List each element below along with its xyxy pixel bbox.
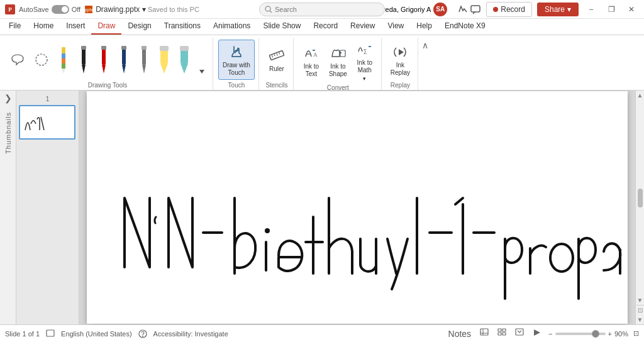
slideshow-button[interactable]	[531, 327, 543, 340]
touch-group: Draw withTouch Touch	[214, 38, 259, 90]
ink-to-shape-button[interactable]: Ink toShape	[325, 41, 351, 80]
ink-to-text-button[interactable]: A Ink toText	[299, 41, 324, 80]
draw-with-touch-button[interactable]: Draw withTouch	[218, 40, 255, 80]
scroll-up-arrow[interactable]: ▲	[636, 91, 644, 100]
lasso-select-tool[interactable]	[6, 50, 29, 70]
pen-gray-icon	[139, 46, 149, 74]
normal-view-button[interactable]	[478, 327, 491, 340]
tab-endnote[interactable]: EndNote X9	[438, 18, 492, 35]
thumbnails-sidebar: ❯ Thumbnails	[0, 91, 16, 324]
ruler-button[interactable]: Ruler	[264, 44, 289, 75]
svg-rect-16	[102, 47, 106, 65]
autosave-label: AutoSave	[19, 6, 49, 13]
pen-red[interactable]	[94, 45, 113, 75]
avatar: SA	[433, 3, 447, 16]
replay-items: InkReplay	[387, 38, 414, 82]
minimize-button[interactable]: −	[584, 3, 599, 16]
pen-gray[interactable]	[135, 45, 153, 75]
pen-tool-icon[interactable]	[457, 4, 469, 15]
stencils-group: Ruler Stencils	[260, 38, 294, 90]
tab-record[interactable]: Record	[307, 18, 344, 35]
tab-draw[interactable]: Draw	[91, 18, 121, 35]
svg-rect-13	[82, 47, 86, 65]
slide-sorter-icon	[497, 328, 506, 337]
ruler-label: Ruler	[269, 65, 284, 73]
tab-transitions[interactable]: Transitions	[158, 18, 207, 35]
ruler-icon	[268, 47, 286, 64]
svg-marker-20	[122, 65, 126, 74]
svg-marker-31	[199, 70, 204, 74]
canvas-area[interactable]	[79, 91, 635, 324]
touch-icon	[228, 43, 245, 60]
ribbon-expand-button[interactable]: ∧	[419, 39, 431, 52]
right-scrollbar[interactable]: ▲ ▼ ⊡ ▼	[635, 91, 644, 324]
thumbnails-toggle[interactable]: ❯	[2, 91, 14, 106]
comment-icon[interactable]	[470, 4, 481, 15]
restore-button[interactable]: ❐	[604, 3, 619, 16]
tab-animations[interactable]: Animations	[207, 18, 257, 35]
tab-slideshow[interactable]: Slide Show	[257, 18, 307, 35]
tab-insert[interactable]: Insert	[60, 18, 91, 35]
scroll-down-arrow[interactable]: ▼	[636, 295, 644, 305]
notes-button[interactable]: Notes	[447, 328, 474, 340]
zoom-in-button[interactable]: +	[608, 330, 612, 338]
close-button[interactable]: ✕	[624, 3, 639, 16]
highlighter-teal[interactable]	[175, 45, 194, 75]
svg-rect-48	[480, 329, 488, 335]
handwriting-svg	[87, 91, 628, 324]
search-input[interactable]	[275, 6, 369, 13]
zoom-level: 90%	[614, 330, 628, 338]
pen-black-icon	[79, 46, 89, 74]
ink-to-text-label: Ink toText	[304, 63, 319, 78]
ink-replay-button[interactable]: InkReplay	[387, 40, 414, 79]
slide-thumbnail[interactable]	[19, 105, 75, 140]
scroll-thumb[interactable]	[638, 189, 643, 207]
pen-dark-blue[interactable]	[114, 45, 133, 75]
reading-view-button[interactable]	[513, 327, 526, 340]
highlighter-yellow[interactable]	[155, 45, 174, 75]
svg-rect-30	[180, 46, 189, 51]
eraser-tool[interactable]	[30, 50, 53, 70]
ink-to-math-dropdown[interactable]: ▾	[363, 75, 366, 82]
autosave-badge: AutoSave Off	[19, 5, 80, 14]
ink-to-math-label: Ink toMath	[357, 59, 372, 74]
tab-design[interactable]: Design	[121, 18, 157, 35]
svg-rect-24	[142, 46, 147, 50]
svg-line-34	[274, 54, 275, 56]
ink-to-math-icon: ∑	[356, 40, 374, 58]
svg-rect-27	[160, 46, 169, 51]
pen-black[interactable]	[74, 45, 93, 75]
svg-marker-14	[82, 65, 86, 74]
fit-slide-zoom-button[interactable]: ⊡	[633, 329, 639, 338]
convert-items: A Ink toText Ink toShape ∑	[299, 38, 377, 84]
svg-point-7	[36, 54, 47, 65]
search-bar[interactable]	[259, 3, 385, 16]
tab-view[interactable]: View	[381, 18, 410, 35]
highlighter-yellow-icon	[158, 46, 170, 74]
svg-text:pptx: pptx	[85, 8, 94, 13]
tab-review[interactable]: Review	[344, 18, 381, 35]
fit-slide-button[interactable]: ⊡	[636, 305, 644, 315]
ink-to-math-button[interactable]: ∑ Ink toMath ▾	[352, 38, 377, 84]
slide-info: Slide 1 of 1	[5, 330, 40, 338]
svg-marker-41	[399, 49, 404, 55]
search-icon	[265, 6, 272, 13]
pen-dropdown[interactable]	[195, 67, 209, 77]
ribbon-tabs: File Home Insert Draw Design Transitions…	[0, 19, 644, 35]
svg-rect-11	[62, 63, 65, 69]
statusbar-right: Notes − + 90% ⊡	[447, 327, 639, 340]
zoom-out-button[interactable]: −	[548, 330, 552, 338]
zoom-slider[interactable]	[555, 333, 606, 335]
svg-rect-19	[122, 47, 126, 65]
touch-items: Draw withTouch	[218, 38, 255, 82]
share-button[interactable]: Share ▾	[537, 3, 579, 16]
autosave-toggle[interactable]	[52, 5, 69, 14]
next-slide-button[interactable]: ▼	[636, 315, 644, 324]
pen-multicolor[interactable]	[54, 45, 73, 75]
tab-file[interactable]: File	[3, 18, 27, 35]
record-button[interactable]: Record	[486, 2, 532, 17]
ink-to-text-icon: A	[303, 44, 320, 62]
tab-home[interactable]: Home	[27, 18, 60, 35]
tab-help[interactable]: Help	[410, 18, 438, 35]
slide-sorter-button[interactable]	[496, 327, 508, 340]
